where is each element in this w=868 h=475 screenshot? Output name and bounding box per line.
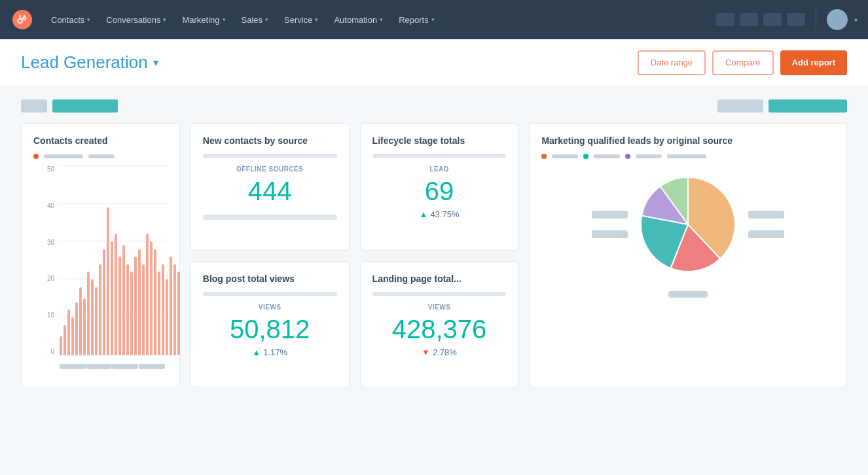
bar	[107, 207, 109, 355]
sales-chevron-icon: ▾	[265, 16, 268, 23]
pie-legend-left	[592, 211, 628, 238]
nav-contacts[interactable]: Contacts ▾	[45, 0, 97, 39]
nav-items: Contacts ▾ Conversations ▾ Marketing ▾ S…	[45, 0, 716, 39]
pie-bottom-chip	[668, 291, 708, 298]
legend-chip-1	[44, 154, 83, 158]
landing-page-title: Landing page total...	[372, 273, 507, 284]
x-label-chip	[139, 364, 165, 369]
filter-chip-3[interactable]	[717, 99, 763, 113]
landing-page-change: ▼ 2.78%	[372, 347, 507, 357]
x-labels-row	[60, 358, 165, 375]
nav-icon-btn-2[interactable]	[740, 13, 758, 26]
lifecycle-title: Lifecycle stage totals	[372, 135, 507, 146]
filter-right	[717, 99, 847, 113]
bar	[67, 309, 70, 355]
x-label-chip	[86, 364, 112, 369]
lifecycle-value: 69	[372, 177, 507, 205]
filter-chip-4[interactable]	[769, 99, 847, 113]
bar	[99, 264, 101, 355]
filter-chip-2[interactable]	[52, 99, 118, 113]
nav-reports[interactable]: Reports ▾	[392, 0, 441, 39]
nav-icon-btn-3[interactable]	[763, 13, 782, 26]
blog-post-label: VIEWS	[203, 304, 337, 311]
contacts-legend	[33, 154, 168, 159]
mql-title: Marketing qualified leads by original so…	[541, 135, 835, 146]
nav-conversations[interactable]: Conversations ▾	[99, 0, 173, 39]
marketing-chevron-icon: ▾	[223, 16, 226, 23]
bar-chart: 01020304050	[33, 166, 168, 375]
bar	[150, 241, 153, 355]
pie-legend-item-2	[592, 230, 628, 238]
page-title-dropdown-icon[interactable]: ▾	[153, 56, 158, 69]
nav-automation[interactable]: Automation ▾	[327, 0, 389, 39]
mql-chip-3	[636, 154, 662, 158]
add-report-button[interactable]: Add report	[780, 50, 847, 75]
contacts-chevron-icon: ▾	[87, 16, 90, 23]
landing-page-subbar	[372, 292, 507, 296]
blog-post-arrow-up-icon: ▲	[252, 347, 261, 357]
new-contacts-value: 444	[203, 177, 337, 205]
bar	[130, 272, 133, 355]
mql-dot-purple	[625, 154, 630, 159]
y-label: 20	[33, 275, 57, 282]
new-contacts-bottom-bar	[203, 215, 337, 220]
bar	[71, 317, 74, 355]
mql-card: Marketing qualified leads by original so…	[529, 123, 847, 387]
bar	[63, 325, 66, 355]
bar	[118, 256, 121, 355]
conversations-chevron-icon: ▾	[163, 16, 166, 23]
filter-chip-1[interactable]	[21, 99, 47, 113]
automation-chevron-icon: ▾	[380, 16, 383, 23]
mql-chip-4	[667, 154, 706, 158]
mql-chip-2	[594, 154, 620, 158]
blog-post-subbar	[203, 292, 337, 296]
nav-icon-btn-1[interactable]	[716, 13, 734, 26]
bar	[75, 302, 78, 355]
bar	[122, 245, 125, 355]
bar	[170, 256, 172, 355]
date-range-button[interactable]: Date range	[638, 50, 706, 75]
page-header: Lead Generation ▾ Date range Compare Add…	[0, 39, 868, 86]
lifecycle-card: Lifecycle stage totals LEAD 69 ▲ 43.75%	[360, 123, 519, 251]
pie-chart	[636, 172, 740, 277]
mql-legend	[541, 154, 835, 159]
page-title-row: Lead Generation ▾	[21, 52, 158, 73]
nav-marketing[interactable]: Marketing ▾	[175, 0, 232, 39]
bar	[154, 249, 156, 355]
new-contacts-label: OFFLINE SOURCES	[203, 166, 337, 173]
lifecycle-arrow-up-icon: ▲	[420, 209, 428, 219]
new-contacts-title: New contacts by source	[203, 135, 337, 146]
legend-chip-2	[88, 154, 115, 158]
bar	[95, 287, 98, 355]
bars-container	[60, 166, 165, 355]
reports-chevron-icon: ▾	[431, 16, 435, 23]
bar	[134, 256, 137, 355]
blog-post-value: 50,812	[203, 315, 337, 343]
blog-post-change: ▲ 1.17%	[203, 347, 337, 357]
nav-sales[interactable]: Sales ▾	[235, 0, 276, 39]
hubspot-logo[interactable]	[10, 8, 34, 31]
avatar[interactable]	[827, 9, 848, 30]
pie-bottom-label	[541, 291, 835, 298]
service-chevron-icon: ▾	[315, 16, 318, 23]
dashboard-content: Contacts created 01020304050 New contact…	[0, 86, 868, 400]
lifecycle-subbar	[372, 154, 507, 158]
bar	[177, 272, 180, 355]
bar	[166, 279, 168, 355]
blog-post-title: Blog post total views	[203, 273, 337, 284]
navbar: Contacts ▾ Conversations ▾ Marketing ▾ S…	[0, 0, 868, 39]
pie-legend-right	[748, 211, 784, 238]
nav-service[interactable]: Service ▾	[278, 0, 325, 39]
contacts-created-card: Contacts created 01020304050	[21, 123, 180, 387]
compare-button[interactable]: Compare	[712, 50, 773, 75]
mql-dot-teal	[583, 154, 588, 159]
avatar-chevron-icon[interactable]: ▾	[854, 16, 858, 24]
x-label-chip	[60, 364, 86, 369]
contacts-created-title: Contacts created	[33, 135, 168, 146]
bar	[83, 298, 86, 355]
x-label-chip	[112, 364, 138, 369]
nav-icon-btn-4[interactable]	[787, 13, 805, 26]
bar	[126, 264, 129, 355]
pie-legend-item-1	[592, 211, 628, 219]
pie-legend-item-4	[748, 230, 784, 238]
